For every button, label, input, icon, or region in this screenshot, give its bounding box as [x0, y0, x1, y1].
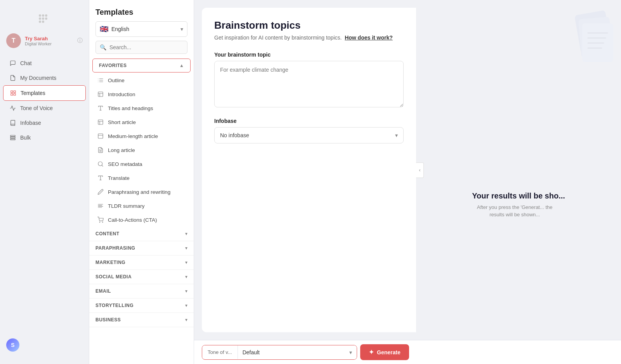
results-text: Your results will be sho... After you pr… [472, 191, 565, 219]
category-header-social-media[interactable]: SOCIAL MEDIA ▾ [89, 270, 194, 284]
topic-group: Your brainstorm topic [214, 52, 404, 109]
paraphrasing-chevron-icon: ▾ [185, 245, 187, 251]
template-label-cta: Call-to-Actions (CTA) [108, 217, 157, 223]
template-label-outline: Outline [108, 78, 125, 83]
category-header-favorites[interactable]: FAVORITES ▲ [92, 59, 191, 72]
template-item-cta[interactable]: Call-to-Actions (CTA) [89, 213, 194, 227]
svg-rect-13 [10, 137, 15, 138]
infobase-select[interactable]: No infobase ▾ [214, 127, 404, 143]
sidebar-item-templates[interactable]: Templates [3, 85, 86, 101]
marketing-chevron-icon: ▾ [185, 260, 187, 265]
sidebar-item-tone-of-voice[interactable]: Tone of Voice [3, 101, 86, 116]
template-item-tldr[interactable]: TLDR summary [89, 199, 194, 213]
template-item-translate[interactable]: Translate [89, 171, 194, 185]
template-item-short-article[interactable]: Short article [89, 115, 194, 129]
category-label-content: CONTENT [95, 231, 120, 236]
introduction-icon [97, 91, 104, 98]
seo-icon [97, 160, 104, 167]
favorites-chevron-icon: ▲ [179, 63, 184, 68]
svg-point-6 [39, 21, 41, 23]
sidebar-item-bulk-label: Bulk [20, 135, 31, 141]
tone-value[interactable]: Default ▾ [238, 345, 357, 359]
template-item-paraphrasing[interactable]: Paraphrasing and rewriting [89, 185, 194, 199]
category-header-storytelling[interactable]: STORYTELLING ▾ [89, 298, 194, 313]
svg-point-5 [45, 17, 47, 20]
sidebar-item-my-documents[interactable]: My Documents [3, 71, 86, 85]
category-header-marketing[interactable]: MARKETING ▾ [89, 255, 194, 270]
bottom-bar: Tone of v... Default ▾ ✦ Generate [194, 340, 621, 364]
template-item-titles[interactable]: Titles and headings [89, 101, 194, 115]
sidebar-item-chat[interactable]: Chat [3, 56, 86, 71]
template-label-seo: SEO metadata [108, 161, 142, 167]
email-chevron-icon: ▾ [185, 288, 187, 294]
cta-icon [97, 216, 104, 223]
svg-point-0 [39, 14, 41, 17]
svg-point-1 [42, 14, 44, 17]
business-chevron-icon: ▾ [185, 317, 187, 323]
template-item-introduction[interactable]: Introduction [89, 87, 194, 101]
category-header-email[interactable]: EMAIL ▾ [89, 284, 194, 298]
infobase-group: Infobase No infobase ▾ [214, 118, 404, 143]
sidebar-item-infobase[interactable]: Infobase [3, 116, 86, 130]
sidebar-item-bulk[interactable]: Bulk [3, 130, 86, 145]
template-label-long-article: Long article [108, 147, 135, 153]
template-item-medium-article[interactable]: Medium-length article [89, 129, 194, 143]
how-link[interactable]: How does it work? [345, 35, 393, 41]
template-item-long-article[interactable]: Long article [89, 143, 194, 157]
template-label-introduction: Introduction [108, 91, 135, 97]
titles-icon [97, 105, 104, 112]
language-select[interactable]: 🇬🇧 English ▾ [95, 21, 187, 37]
chat-icon [9, 60, 16, 67]
tone-select-box[interactable]: Tone of v... Default ▾ [202, 345, 357, 360]
results-illustration [551, 8, 621, 85]
svg-point-41 [99, 222, 100, 222]
search-box[interactable]: 🔍 [95, 41, 187, 54]
svg-rect-11 [14, 93, 16, 95]
language-flag: 🇬🇧 [100, 25, 108, 33]
search-input[interactable] [109, 44, 183, 50]
template-label-medium-article: Medium-length article [108, 133, 158, 139]
content-area: Brainstorm topics Get inspiration for AI… [194, 0, 621, 340]
sidebar-item-chat-label: Chat [20, 60, 32, 66]
template-label-translate: Translate [108, 175, 130, 181]
category-label-email: EMAIL [95, 288, 111, 294]
svg-rect-12 [10, 135, 15, 136]
svg-rect-26 [98, 120, 103, 124]
avatar: T [6, 33, 21, 48]
user-info: Try Sarah Digital Worker [25, 36, 73, 46]
logo-area [0, 6, 89, 30]
form-panel: Brainstorm topics Get inspiration for AI… [202, 8, 416, 332]
template-item-outline[interactable]: Outline [89, 73, 194, 87]
main-content: Brainstorm topics Get inspiration for AI… [194, 0, 621, 364]
user-role: Digital Worker [25, 41, 73, 46]
sidebar-user: T Try Sarah Digital Worker ⓘ [0, 30, 89, 54]
template-icon [10, 90, 17, 97]
content-chevron-icon: ▾ [185, 231, 187, 236]
user-name: Try Sarah [25, 36, 73, 41]
results-subtitle: After you press the 'Generat... the resu… [472, 204, 557, 219]
svg-line-34 [102, 165, 103, 166]
sidebar-item-templates-label: Templates [21, 90, 45, 96]
outline-icon [97, 77, 104, 84]
tldr-icon [97, 202, 104, 209]
category-header-business[interactable]: BUSINESS ▾ [89, 313, 194, 327]
svg-rect-9 [14, 91, 16, 93]
tone-chevron-icon: ▾ [349, 349, 352, 355]
svg-point-3 [39, 17, 41, 20]
category-header-content[interactable]: CONTENT ▾ [89, 227, 194, 241]
category-label-business: BUSINESS [95, 317, 121, 323]
svg-rect-29 [98, 134, 103, 138]
template-item-seo[interactable]: SEO metadata [89, 157, 194, 171]
bulk-icon [9, 134, 16, 141]
category-header-paraphrasing[interactable]: PARAPHRASING ▾ [89, 241, 194, 255]
results-title: Your results will be sho... [472, 191, 565, 200]
info-icon[interactable]: ⓘ [77, 37, 83, 44]
sidebar-nav: Chat My Documents Templates Tone of Voic… [0, 54, 89, 332]
category-label-storytelling: STORYTELLING [95, 303, 134, 308]
collapse-handle[interactable]: ‹ [416, 162, 424, 178]
infobase-icon [9, 119, 16, 126]
topic-textarea[interactable] [214, 61, 404, 107]
template-label-titles: Titles and headings [108, 105, 153, 111]
generate-button[interactable]: ✦ Generate [360, 344, 409, 360]
long-article-icon [97, 147, 104, 154]
